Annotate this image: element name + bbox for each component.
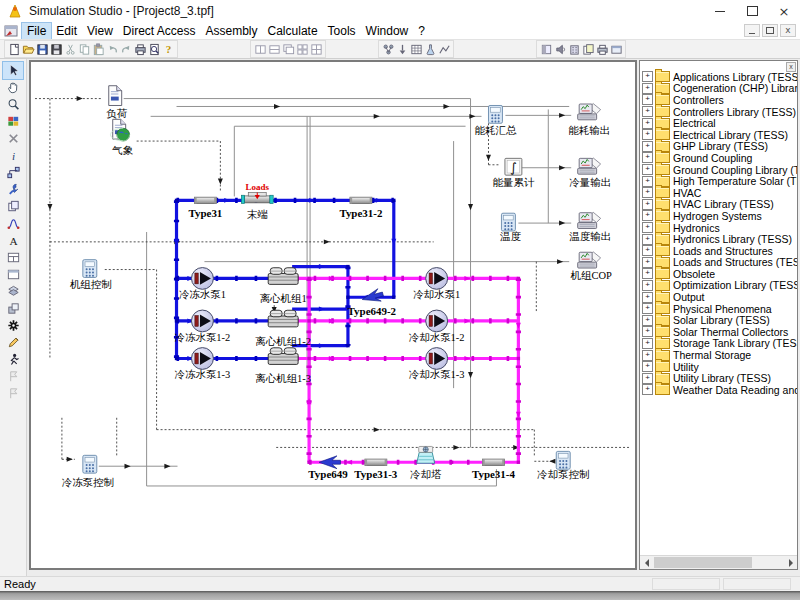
expand-plus-icon[interactable] bbox=[642, 292, 653, 303]
audio-button[interactable] bbox=[553, 42, 567, 56]
flag-a-button[interactable] bbox=[3, 368, 23, 385]
expand-plus-icon[interactable] bbox=[642, 176, 653, 187]
trace-button[interactable] bbox=[437, 42, 451, 56]
connect-tool-button[interactable] bbox=[3, 164, 23, 181]
menu-calculate[interactable]: Calculate bbox=[263, 23, 323, 39]
pan-tool-button[interactable] bbox=[3, 79, 23, 96]
tile-horizontal-button[interactable] bbox=[253, 42, 267, 56]
expand-plus-icon[interactable] bbox=[642, 94, 653, 105]
expand-plus-icon[interactable] bbox=[642, 234, 653, 245]
tree-item-storage-tank-library-tess[interactable]: Storage Tank Library (TESS) bbox=[642, 338, 797, 350]
paste-button[interactable] bbox=[91, 42, 105, 56]
arrange-icons-button[interactable] bbox=[295, 42, 309, 56]
maximize-button[interactable] bbox=[736, 0, 768, 22]
tree-item-hydronics[interactable]: Hydronics bbox=[642, 222, 797, 234]
expand-plus-icon[interactable] bbox=[642, 199, 653, 210]
expand-plus-icon[interactable] bbox=[642, 257, 653, 268]
expand-plus-icon[interactable] bbox=[642, 373, 653, 384]
component-energy-accumulator[interactable] bbox=[505, 158, 522, 175]
component-chilled-pump-2[interactable] bbox=[191, 310, 213, 332]
expand-plus-icon[interactable] bbox=[642, 361, 653, 372]
building-button[interactable] bbox=[567, 42, 581, 56]
component-energy-sum[interactable] bbox=[488, 105, 502, 123]
tree-item-solar-library-tess[interactable]: Solar Library (TESS) bbox=[642, 314, 797, 326]
tree-item-hydrogen-systems[interactable]: Hydrogen Systems bbox=[642, 210, 797, 222]
cut-button[interactable] bbox=[63, 42, 77, 56]
menu-edit[interactable]: Edit bbox=[51, 23, 82, 39]
lock-window-button[interactable] bbox=[539, 42, 553, 56]
cascade-button[interactable] bbox=[281, 42, 295, 56]
project-schematic[interactable]: ∫ bbox=[31, 62, 635, 568]
tree-item-thermal-storage[interactable]: Thermal Storage bbox=[642, 349, 797, 361]
tree-item-utility-library-tess[interactable]: Utility Library (TESS) bbox=[642, 372, 797, 384]
scroll-left-icon[interactable] bbox=[640, 556, 653, 569]
card-button[interactable] bbox=[609, 42, 623, 56]
expand-plus-icon[interactable] bbox=[642, 315, 653, 326]
expand-plus-icon[interactable] bbox=[642, 303, 653, 314]
scroll-right-icon[interactable] bbox=[784, 556, 797, 569]
expand-plus-icon[interactable] bbox=[642, 268, 653, 279]
component-unit-cop[interactable] bbox=[578, 252, 601, 268]
printer-out-button[interactable] bbox=[595, 42, 609, 56]
parameter-tool-button[interactable] bbox=[3, 181, 23, 198]
expand-plus-icon[interactable] bbox=[642, 83, 653, 94]
tree-item-electrical[interactable]: Electrical bbox=[642, 117, 797, 129]
tree-item-hvac[interactable]: HVAC bbox=[642, 187, 797, 199]
component-cooling-output[interactable] bbox=[578, 158, 601, 174]
expand-plus-icon[interactable] bbox=[642, 222, 653, 233]
save-button[interactable] bbox=[35, 42, 49, 56]
duplicate-tool-button[interactable] bbox=[3, 198, 23, 215]
tree-item-hvac-library-tess[interactable]: HVAC Library (TESS) bbox=[642, 199, 797, 211]
tree-item-ground-coupling[interactable]: Ground Coupling bbox=[642, 152, 797, 164]
delete-tool-button[interactable] bbox=[3, 130, 23, 147]
component-type649[interactable] bbox=[319, 456, 340, 469]
component-load[interactable] bbox=[109, 86, 122, 106]
expand-plus-icon[interactable] bbox=[642, 350, 653, 361]
run-simulation-button[interactable] bbox=[3, 351, 23, 368]
tree-item-controllers[interactable]: Controllers bbox=[642, 94, 797, 106]
component-chiller-3[interactable] bbox=[268, 348, 298, 365]
mdi-restore-button[interactable] bbox=[762, 24, 778, 37]
component-chiller-1[interactable] bbox=[268, 268, 298, 285]
close-button[interactable]: × bbox=[768, 0, 800, 22]
select-tool-button[interactable] bbox=[3, 62, 23, 79]
minimize-button[interactable] bbox=[704, 0, 736, 22]
tree-horizontal-scrollbar[interactable] bbox=[640, 555, 797, 569]
flag-b-button[interactable] bbox=[3, 385, 23, 402]
component-chilled-pump-1[interactable] bbox=[191, 268, 213, 290]
expand-plus-icon[interactable] bbox=[642, 164, 653, 175]
link-tool-button[interactable] bbox=[3, 215, 23, 232]
text-tool-button[interactable]: A bbox=[3, 232, 23, 249]
bitmap-tool-button[interactable] bbox=[3, 113, 23, 130]
order-button[interactable] bbox=[3, 300, 23, 317]
tree-item-optimization-library-tess[interactable]: Optimization Library (TESS) bbox=[642, 280, 797, 292]
output-arrow-button[interactable] bbox=[395, 42, 409, 56]
tree-item-applications-library-tess[interactable]: Applications Library (TESS) bbox=[642, 71, 797, 83]
component-type31-4[interactable] bbox=[483, 459, 505, 465]
panel-close-icon[interactable] bbox=[786, 62, 796, 72]
expand-plus-icon[interactable] bbox=[642, 210, 653, 221]
table-button[interactable] bbox=[409, 42, 423, 56]
expand-plus-icon[interactable] bbox=[642, 384, 653, 395]
menu-assembly[interactable]: Assembly bbox=[201, 23, 263, 39]
component-cooling-tower[interactable] bbox=[417, 446, 435, 463]
mdi-minimize-button[interactable] bbox=[744, 24, 760, 37]
scrollbar-thumb[interactable] bbox=[654, 557, 752, 568]
mdi-close-button[interactable]: x bbox=[780, 24, 796, 37]
component-energy-output[interactable] bbox=[578, 104, 601, 120]
tree-item-loads-and-structures[interactable]: Loads and Structures bbox=[642, 245, 797, 257]
copy-button[interactable] bbox=[77, 42, 91, 56]
expand-plus-icon[interactable] bbox=[642, 245, 653, 256]
zoom-tool-button[interactable] bbox=[3, 96, 23, 113]
tree-item-controllers-library-tess[interactable]: Controllers Library (TESS) bbox=[642, 106, 797, 118]
menu-help[interactable]: ? bbox=[413, 23, 430, 39]
component-chiller-2[interactable] bbox=[268, 310, 298, 327]
component-chilled-pump-control[interactable] bbox=[83, 455, 97, 473]
expand-plus-icon[interactable] bbox=[642, 71, 653, 82]
expand-plus-icon[interactable] bbox=[642, 152, 653, 163]
menu-file[interactable]: File bbox=[22, 23, 51, 39]
component-cooling-pump-2[interactable] bbox=[426, 310, 448, 332]
tree-item-high-temperature-solar-tess[interactable]: High Temperature Solar (TESS) bbox=[642, 175, 797, 187]
tree-item-solar-thermal-collectors[interactable]: Solar Thermal Collectors bbox=[642, 326, 797, 338]
tree-item-utility[interactable]: Utility bbox=[642, 361, 797, 373]
